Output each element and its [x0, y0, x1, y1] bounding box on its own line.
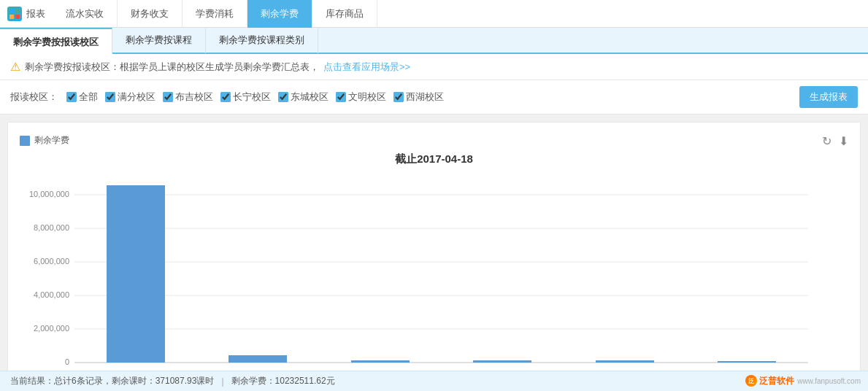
svg-text:2,000,000: 2,000,000: [34, 324, 69, 333]
svg-rect-1: [15, 9, 20, 13]
sub-tab-by-campus[interactable]: 剩余学费按报读校区: [0, 28, 112, 54]
bar-changning: [718, 361, 776, 363]
logo-icon: [7, 7, 22, 21]
refresh-icon[interactable]: ↻: [822, 134, 831, 148]
status-text-1: 当前结果：总计6条记录，剩余课时：371087.93课时: [10, 375, 214, 387]
chart-legend-area: 剩余学费: [20, 134, 69, 152]
nav-tab-shengyu[interactable]: 剩余学费: [247, 0, 312, 28]
checkbox-manfen[interactable]: 满分校区: [105, 90, 155, 104]
svg-text:6,000,000: 6,000,000: [34, 257, 69, 266]
nav-tab-caiwu[interactable]: 财务收支: [118, 0, 183, 28]
checkbox-dongcheng-input[interactable]: [278, 92, 288, 102]
fanpu-url: www.fanpusoft.com: [797, 377, 861, 385]
chart-legend: 剩余学费: [20, 134, 69, 147]
bar-wenming: [473, 360, 531, 363]
info-text: 剩余学费按报读校区：根据学员上课的校区生成学员剩余学费汇总表，: [25, 61, 319, 74]
chart-header: 剩余学费 ↻ ⬇: [20, 134, 848, 152]
chart-container: 剩余学费 ↻ ⬇ 截止2017-04-18 10,000,000 8,000,0…: [7, 122, 861, 391]
status-divider: |: [221, 376, 223, 387]
filter-bar: 报读校区： 全部 满分校区 布吉校区 长宁校区 东城校区: [0, 80, 868, 115]
svg-rect-3: [15, 15, 20, 19]
bottom-logo: 泛 泛普软件 www.fanpusoft.com: [745, 371, 861, 391]
chart-title: 截止2017-04-18: [20, 152, 848, 166]
status-bar: 当前结果：总计6条记录，剩余课时：371087.93课时 | 剩余学费：1023…: [0, 371, 868, 391]
nav-tab-xuefei-xiaohao[interactable]: 学费消耗: [183, 0, 247, 28]
generate-report-button[interactable]: 生成报表: [799, 86, 858, 108]
info-bar: ⚠ 剩余学费按报读校区：根据学员上课的校区生成学员剩余学费汇总表， 点击查看应用…: [0, 54, 868, 80]
bar-buji: [228, 355, 287, 363]
bar-xihu: [107, 185, 165, 363]
info-link[interactable]: 点击查看应用场景>>: [323, 61, 410, 74]
nav-tab-liushui[interactable]: 流水实收: [53, 0, 118, 28]
checkbox-changning[interactable]: 长宁校区: [220, 90, 271, 104]
checkbox-group: 全部 满分校区 布吉校区 长宁校区 东城校区 文明校区: [66, 90, 791, 104]
checkbox-all[interactable]: 全部: [66, 90, 98, 104]
checkbox-dongcheng[interactable]: 东城校区: [278, 90, 329, 104]
bar-manfen: [596, 360, 654, 363]
checkbox-changning-input[interactable]: [220, 92, 231, 102]
bar-chart-svg: 10,000,000 8,000,000 6,000,000 4,000,000…: [20, 175, 823, 391]
chart-actions: ↻ ⬇: [822, 134, 848, 148]
checkbox-buji[interactable]: 布吉校区: [163, 90, 213, 104]
logo-area: 报表: [0, 7, 53, 21]
checkbox-wenming[interactable]: 文明校区: [336, 90, 386, 104]
sub-nav: 剩余学费按报读校区 剩余学费按课程 剩余学费按课程类别: [0, 28, 868, 54]
top-nav: 报表 流水实收 财务收支 学费消耗 剩余学费 库存商品: [0, 0, 868, 28]
svg-text:10,000,000: 10,000,000: [29, 190, 69, 198]
filter-label: 报读校区：: [10, 90, 58, 104]
sub-tab-by-course-type[interactable]: 剩余学费按课程类别: [206, 27, 318, 53]
svg-rect-2: [9, 15, 14, 19]
chart-svg-wrapper: 10,000,000 8,000,000 6,000,000 4,000,000…: [20, 175, 848, 391]
sub-tab-by-course[interactable]: 剩余学费按课程: [112, 27, 206, 53]
checkbox-all-input[interactable]: [66, 92, 77, 102]
download-icon[interactable]: ⬇: [839, 134, 848, 148]
fanpu-logo: 泛 泛普软件: [745, 375, 794, 387]
checkbox-xihu-input[interactable]: [393, 92, 404, 102]
svg-text:8,000,000: 8,000,000: [34, 223, 69, 232]
fanpu-name: 泛普软件: [759, 375, 794, 387]
warning-icon: ⚠: [10, 60, 20, 74]
checkbox-buji-input[interactable]: [163, 92, 173, 102]
checkbox-manfen-input[interactable]: [105, 92, 115, 102]
fanpu-logo-icon: 泛: [745, 375, 757, 387]
nav-tab-kucun[interactable]: 库存商品: [312, 0, 377, 28]
checkbox-xihu[interactable]: 西湖校区: [393, 90, 444, 104]
svg-text:4,000,000: 4,000,000: [34, 290, 69, 299]
legend-label: 剩余学费: [34, 134, 69, 147]
svg-text:0: 0: [65, 357, 69, 366]
svg-rect-0: [9, 9, 14, 13]
checkbox-wenming-input[interactable]: [336, 92, 346, 102]
logo-text: 报表: [26, 7, 45, 20]
legend-color-swatch: [20, 136, 30, 146]
status-text-2: 剩余学费：10232511.62元: [231, 375, 335, 387]
bar-dongcheng: [351, 360, 410, 363]
